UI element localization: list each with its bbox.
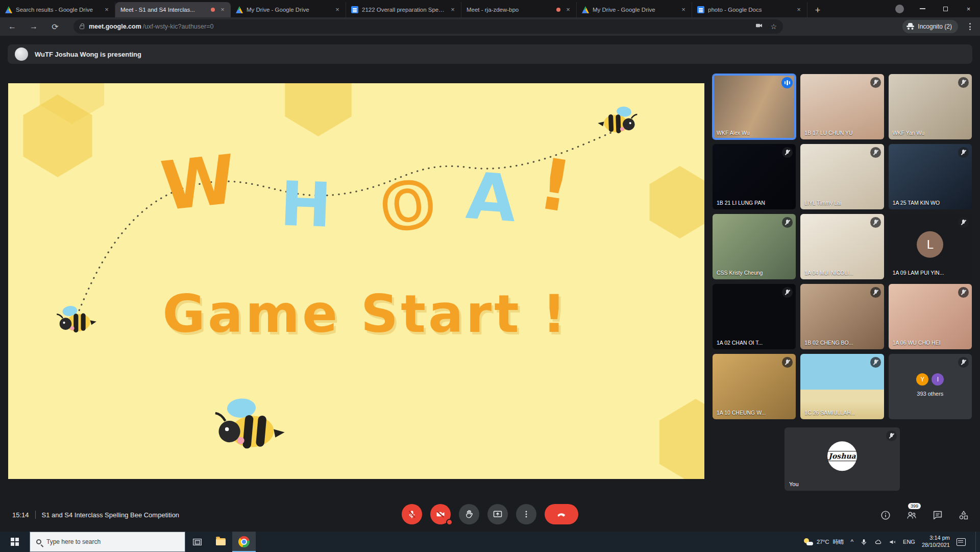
- dotted-flight-path: [8, 83, 704, 479]
- participant-tile[interactable]: 1A 02 CHAN OI T...: [713, 284, 796, 349]
- presenting-banner: WuTF Joshua Wong is presenting: [8, 44, 972, 64]
- participant-tile[interactable]: 1B 21 LI LUNG PAN: [713, 144, 796, 209]
- task-view-button[interactable]: [185, 532, 209, 552]
- taskbar-search-input[interactable]: Type here to search: [30, 532, 185, 552]
- tab-strip: Search results - Google Drive × Meet - S…: [0, 0, 980, 17]
- participant-count-badge: 399: [908, 503, 921, 509]
- present-screen-button[interactable]: [487, 504, 508, 524]
- meeting-details-icon[interactable]: [879, 509, 892, 521]
- mic-off-icon: [958, 147, 969, 158]
- participant-tile[interactable]: 1B 17 LU CHUN YU: [800, 74, 884, 139]
- tab-my-drive-1[interactable]: My Drive - Google Drive ×: [231, 2, 346, 17]
- participant-tile[interactable]: 1B 02 CHENG BO...: [800, 284, 884, 349]
- tab-docs-preparation[interactable]: 2122 Overall preparation Spelli... ×: [346, 2, 461, 17]
- end-call-button[interactable]: [545, 504, 578, 524]
- close-icon[interactable]: ×: [449, 6, 457, 14]
- language-indicator[interactable]: ENG: [903, 539, 915, 545]
- docs-icon: [697, 6, 704, 13]
- titlebar-badge-icon[interactable]: [888, 0, 911, 17]
- close-icon[interactable]: ×: [564, 6, 572, 14]
- game-start-text: Game Start !: [123, 283, 608, 344]
- weather-temp: 27°C: [817, 539, 829, 545]
- meet-bottom-bar: 15:14 S1 and S4 Interclass Spelling Bee …: [0, 495, 980, 532]
- clock[interactable]: 3:14 pm 28/10/2021: [922, 535, 950, 549]
- volume-icon[interactable]: [889, 538, 896, 546]
- bookmark-star-icon[interactable]: ☆: [770, 22, 777, 31]
- self-view-tile[interactable]: Joshua You: [785, 427, 900, 491]
- chat-panel-icon[interactable]: [932, 509, 944, 521]
- weather-widget[interactable]: 27°C 時晴: [804, 538, 844, 546]
- participant-tile[interactable]: 1C 26 SAMIULLAH...: [800, 354, 884, 419]
- close-window-button[interactable]: ×: [957, 0, 980, 17]
- more-options-button[interactable]: [516, 504, 536, 524]
- weather-icon: [804, 538, 813, 545]
- file-explorer-button[interactable]: [209, 532, 232, 552]
- tab-meet-active[interactable]: Meet - S1 and S4 Interclas... ×: [115, 2, 231, 17]
- hidden-icons-caret[interactable]: ^: [850, 538, 853, 545]
- url-host: meet.google.com: [89, 23, 141, 30]
- avatar: L: [917, 231, 943, 258]
- lock-icon[interactable]: [80, 26, 84, 29]
- mic-off-icon: [782, 287, 793, 298]
- mic-off-icon: [958, 77, 969, 88]
- chrome-icon: [238, 536, 250, 547]
- bee-icon: [53, 300, 101, 340]
- participant-tile[interactable]: WKF Alex Wu: [713, 74, 796, 139]
- mic-off-icon: [958, 287, 969, 298]
- close-icon[interactable]: ×: [333, 6, 341, 14]
- activities-icon[interactable]: [958, 509, 970, 521]
- mic-tray-icon[interactable]: [860, 538, 868, 546]
- reload-button[interactable]: ⟳: [48, 22, 62, 32]
- participant-tile[interactable]: 1A 10 CHEUNG W...: [713, 354, 796, 419]
- presentation-stage[interactable]: W H O A ! Game Start !: [8, 83, 704, 479]
- others-tile[interactable]: Y I 393 others: [889, 354, 972, 419]
- participant-tile[interactable]: WKF Yan Wu: [889, 74, 972, 139]
- mic-off-icon: [958, 217, 969, 228]
- browser-toolbar: ← → ⟳ meet.google.com /uxf-wsty-kic?auth…: [0, 17, 980, 36]
- audio-indicator-icon: [781, 77, 793, 88]
- action-center-icon[interactable]: [957, 538, 966, 546]
- address-bar[interactable]: meet.google.com /uxf-wsty-kic?authuser=0…: [74, 19, 783, 34]
- url-path: /uxf-wsty-kic?authuser=0: [143, 23, 214, 30]
- people-panel-icon[interactable]: 399: [905, 509, 918, 521]
- participant-tile[interactable]: 1A 06 WU CHO HEI: [889, 284, 972, 349]
- screen: Search results - Google Drive × Meet - S…: [0, 0, 980, 552]
- folder-icon: [216, 538, 226, 545]
- back-button[interactable]: ←: [5, 22, 19, 31]
- minimize-button[interactable]: [911, 0, 934, 17]
- close-icon[interactable]: ×: [218, 6, 227, 14]
- drive-icon: [582, 6, 589, 13]
- onedrive-cloud-icon[interactable]: [874, 538, 882, 546]
- participant-tile[interactable]: L 1A 09 LAM PUI YIN...: [889, 214, 972, 279]
- search-icon: [36, 539, 41, 544]
- bee-icon: [595, 102, 641, 141]
- mic-off-icon: [870, 287, 881, 298]
- presenter-avatar: [15, 47, 28, 61]
- close-icon[interactable]: ×: [795, 6, 803, 14]
- show-desktop-button[interactable]: [975, 532, 978, 552]
- task-view-icon: [193, 539, 202, 545]
- close-icon[interactable]: ×: [679, 6, 688, 14]
- participant-tile[interactable]: 1A 25 TAM KIN WO: [889, 144, 972, 209]
- participant-tile[interactable]: CSS Kristy Cheung: [713, 214, 796, 279]
- chrome-taskbar-button[interactable]: [232, 532, 256, 552]
- tab-meet-2[interactable]: Meet - rja-zdew-bpo ×: [461, 2, 577, 17]
- camera-usage-icon[interactable]: [755, 21, 763, 32]
- browser-menu-button[interactable]: [965, 23, 975, 30]
- start-button[interactable]: [0, 532, 30, 552]
- tab-my-drive-2[interactable]: My Drive - Google Drive ×: [577, 2, 692, 17]
- close-icon[interactable]: ×: [103, 6, 111, 14]
- forward-button[interactable]: →: [27, 22, 41, 31]
- participant-tile[interactable]: LIYL Timmy Lai: [800, 144, 884, 209]
- incognito-spy-icon: [906, 23, 914, 31]
- raise-hand-button[interactable]: [459, 504, 479, 524]
- camera-toggle-button[interactable]: [430, 504, 451, 524]
- participant-tile[interactable]: 1A 04 MUI NICOLI...: [800, 214, 884, 279]
- system-tray: 27°C 時晴 ^ ENG 3:14 pm 28/10/2021: [804, 532, 980, 552]
- new-tab-button[interactable]: +: [811, 3, 825, 17]
- tab-photo-docs[interactable]: photo - Google Docs ×: [692, 2, 807, 17]
- mic-off-icon: [870, 217, 881, 228]
- mic-toggle-button[interactable]: [402, 504, 422, 524]
- tab-search-results[interactable]: Search results - Google Drive ×: [0, 2, 115, 17]
- maximize-button[interactable]: [934, 0, 957, 17]
